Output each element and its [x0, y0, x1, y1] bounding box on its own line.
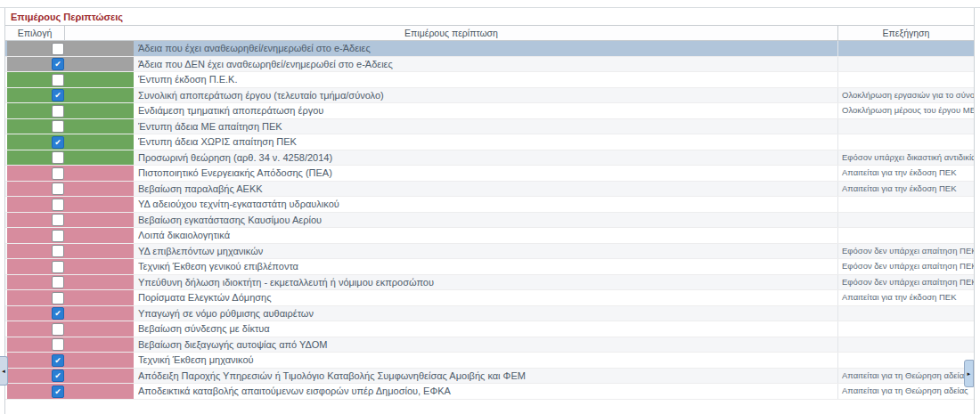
- row-label: Αποδεικτικά καταβολής απαιτούμενων εισφο…: [138, 384, 831, 399]
- table-row[interactable]: Βεβαίωση σύνδεσης με δίκτυα: [5, 321, 974, 337]
- table-row[interactable]: Βεβαίωση εγκατάστασης Καυσίμου Αερίου: [5, 213, 974, 229]
- row-explanation: Ολοκλήρωση μέρους του έργου ΜΕ εκκρεμότη…: [837, 103, 974, 118]
- checkbox-unchecked[interactable]: [52, 167, 64, 180]
- checkbox-checked[interactable]: ✔: [52, 307, 64, 320]
- subcases-panel: Επιμέρους Περιπτώσεις Επιλογή Επιμέρους …: [4, 8, 975, 414]
- checkbox-checked[interactable]: ✔: [52, 58, 64, 70]
- checkbox-unchecked[interactable]: [52, 183, 64, 195]
- table-row[interactable]: ΥΔ αδειούχου τεχνίτη-εγκαταστάτη υδραυλι…: [5, 197, 974, 213]
- row-explanation: Απαιτείται για την έκδοση ΠΕΚ: [837, 182, 974, 197]
- row-explanation: Εφόσον δεν υπάρχει απαίτηση ΠΕΚ: [837, 244, 974, 259]
- row-label: Λοιπά δικαιολογητικά: [138, 228, 831, 243]
- checkbox-unchecked[interactable]: [52, 43, 64, 55]
- row-select-cell: [7, 337, 134, 353]
- row-select-cell: [7, 182, 134, 197]
- row-label: Βεβαίωση σύνδεσης με δίκτυα: [138, 321, 831, 337]
- table-row[interactable]: Προσωρινή θεώρηση (αρθ. 34 ν. 4258/2014)…: [5, 150, 974, 166]
- checkbox-unchecked[interactable]: [52, 105, 64, 118]
- table-row[interactable]: Άδεια που έχει αναθεωρηθεί/ενημερωθεί στ…: [5, 41, 974, 57]
- checkbox-checked[interactable]: ✔: [52, 369, 64, 382]
- table-row[interactable]: Πορίσματα Ελεγκτών ΔόμησηςΑπαιτείται για…: [5, 290, 974, 306]
- row-select-cell: ✔: [7, 134, 134, 150]
- checkbox-unchecked[interactable]: [52, 214, 64, 226]
- checkbox-unchecked[interactable]: [52, 276, 64, 288]
- expand-panel-right-button[interactable]: ►: [964, 360, 974, 387]
- table-body: Άδεια που έχει αναθεωρηθεί/ενημερωθεί στ…: [5, 41, 974, 400]
- table-row[interactable]: ✔Άδεια που ΔΕΝ έχει αναθεωρηθεί/ενημερωθ…: [5, 57, 974, 73]
- checkbox-unchecked[interactable]: [52, 245, 64, 257]
- row-explanation: Απαιτείται για την έκδοση ΠΕΚ: [837, 290, 974, 305]
- row-explanation: Εφόσον δεν υπάρχει απαίτηση ΠΕΚ: [837, 259, 974, 274]
- table-row[interactable]: ✔Έντυπη άδεια ΧΩΡΙΣ απαίτηση ΠΕΚ: [5, 134, 974, 150]
- row-explanation: [837, 41, 974, 56]
- table-row[interactable]: Έντυπη άδεια ΜΕ απαίτηση ΠΕΚ: [5, 119, 974, 135]
- row-select-cell: [7, 228, 134, 243]
- table-row[interactable]: Τεχνική Έκθεση γενικού επιβλέπονταΕφόσον…: [5, 259, 974, 275]
- row-select-cell: [7, 103, 134, 118]
- table-row[interactable]: ΥΔ επιβλεπόντων μηχανικώνΕφόσον δεν υπάρ…: [5, 244, 974, 260]
- table-row[interactable]: ✔Συνολική αποπεράτωση έργου (τελευταίο τ…: [5, 88, 974, 104]
- table-row[interactable]: Ενδιάμεση τμηματική αποπεράτωση έργουΟλο…: [5, 103, 974, 119]
- checkbox-unchecked[interactable]: [52, 261, 64, 273]
- row-select-cell: ✔: [7, 353, 134, 368]
- row-select-cell: [7, 213, 134, 228]
- table-row[interactable]: Πιστοποιητικό Ενεργειακής Απόδοσης (ΠΕΑ)…: [5, 166, 974, 182]
- row-label: Υπαγωγή σε νόμο ρύθμισης αυθαιρέτων: [138, 306, 831, 321]
- row-select-cell: [7, 41, 134, 56]
- row-label: Βεβαίωση εγκατάστασης Καυσίμου Αερίου: [138, 213, 831, 228]
- panel-title: Επιμέρους Περιπτώσεις: [5, 8, 974, 25]
- collapse-panel-left-button[interactable]: ◄: [0, 356, 8, 386]
- table-row[interactable]: ✔Τεχνική Έκθεση μηχανικού: [5, 353, 974, 369]
- table-row[interactable]: ✔Αποδεικτικά καταβολής απαιτούμενων εισφ…: [5, 384, 974, 400]
- row-explanation: [837, 57, 974, 72]
- row-label: Βεβαίωση παραλαβής ΑΕΚΚ: [138, 182, 831, 197]
- checkbox-checked[interactable]: ✔: [52, 89, 64, 101]
- row-label: Βεβαίωση διεξαγωγής αυτοψίας από ΥΔΟΜ: [138, 337, 831, 353]
- row-label: Έντυπη άδεια ΜΕ απαίτηση ΠΕΚ: [138, 119, 831, 134]
- checkbox-unchecked[interactable]: [52, 74, 64, 86]
- checkbox-unchecked[interactable]: [52, 230, 64, 242]
- row-label: Προσωρινή θεώρηση (αρθ. 34 ν. 4258/2014): [138, 150, 831, 166]
- row-explanation: Απαιτείται για τη Θεώρηση αδείας: [837, 384, 974, 399]
- checkbox-unchecked[interactable]: [52, 292, 64, 304]
- checkbox-unchecked[interactable]: [52, 338, 64, 351]
- row-explanation: Απαιτείται για τη Θεώρηση αδείας: [837, 369, 974, 384]
- row-explanation: [837, 321, 974, 337]
- row-select-cell: [7, 259, 134, 274]
- column-header-case: Επιμέρους περίπτωση: [65, 26, 837, 40]
- checkbox-checked[interactable]: ✔: [52, 354, 64, 367]
- table-row[interactable]: ✔Απόδειξη Παροχής Υπηρεσιών ή Τιμολόγιο …: [5, 369, 974, 385]
- table-row[interactable]: ✔Υπαγωγή σε νόμο ρύθμισης αυθαιρέτων: [5, 306, 974, 322]
- row-select-cell: [7, 72, 134, 87]
- row-label: Απόδειξη Παροχής Υπηρεσιών ή Τιμολόγιο Κ…: [138, 369, 831, 384]
- column-header-explanation: Επεξήγηση: [837, 26, 974, 40]
- row-select-cell: ✔: [7, 369, 134, 384]
- row-label: Ενδιάμεση τμηματική αποπεράτωση έργου: [138, 103, 831, 118]
- row-explanation: Εφόσον υπάρχει δικαστική αντιδικία ιδιοκ…: [837, 150, 974, 166]
- row-explanation: [837, 213, 974, 228]
- chevron-right-icon: ►: [967, 371, 972, 377]
- checkbox-unchecked[interactable]: [52, 323, 64, 336]
- row-select-cell: [7, 197, 134, 212]
- row-select-cell: ✔: [7, 306, 134, 321]
- row-select-cell: [7, 166, 134, 181]
- row-explanation: Απαιτείται για την έκδοση ΠΕΚ: [837, 166, 974, 181]
- table-row[interactable]: Λοιπά δικαιολογητικά: [5, 228, 974, 244]
- checkbox-unchecked[interactable]: [52, 199, 64, 211]
- table-row[interactable]: Έντυπη έκδοση Π.Ε.Κ.: [5, 72, 974, 88]
- table-row[interactable]: Βεβαίωση παραλαβής ΑΕΚΚΑπαιτείται για τη…: [5, 182, 974, 198]
- table-row[interactable]: Βεβαίωση διεξαγωγής αυτοψίας από ΥΔΟΜ: [5, 337, 974, 353]
- checkbox-checked[interactable]: ✔: [52, 136, 64, 149]
- row-select-cell: ✔: [7, 57, 134, 72]
- checkbox-unchecked[interactable]: [52, 120, 64, 133]
- row-label: Έντυπη έκδοση Π.Ε.Κ.: [138, 72, 831, 87]
- checkbox-unchecked[interactable]: [52, 151, 64, 164]
- row-label: Συνολική αποπεράτωση έργου (τελευταίο τμ…: [138, 88, 831, 103]
- subcases-table: Επιλογή Επιμέρους περίπτωση Επεξήγηση Άδ…: [5, 25, 974, 400]
- row-explanation: [837, 228, 974, 243]
- row-explanation: [837, 306, 974, 321]
- checkbox-checked[interactable]: ✔: [52, 386, 64, 398]
- table-row[interactable]: Υπεύθυνη δήλωση ιδιοκτήτη - εκμεταλλευτή…: [5, 275, 974, 291]
- row-select-cell: [7, 150, 134, 166]
- row-select-cell: [7, 321, 134, 337]
